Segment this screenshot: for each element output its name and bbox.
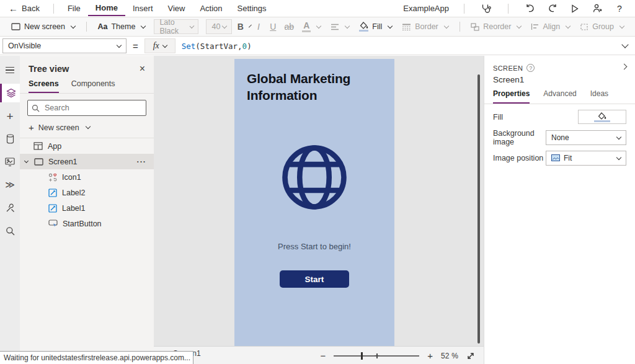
fill-property-label: Fill: [493, 113, 578, 122]
tab-components[interactable]: Components: [71, 79, 115, 93]
fx-select[interactable]: fx: [144, 38, 175, 53]
fill-color-picker[interactable]: [578, 110, 626, 124]
background-image-select[interactable]: None: [546, 130, 626, 145]
formula-bar-expand-button[interactable]: [620, 42, 628, 51]
tree-item-label1[interactable]: Label1: [20, 200, 154, 216]
tree-item-label2[interactable]: Label2: [20, 185, 154, 200]
undo-icon[interactable]: [523, 2, 537, 16]
help-icon[interactable]: ?: [526, 64, 535, 72]
panel-expand-button[interactable]: [619, 63, 626, 73]
media-rail-button[interactable]: [0, 153, 20, 171]
underline-icon: U: [270, 22, 276, 32]
menu-item-action[interactable]: Action: [192, 1, 229, 16]
advanced-tools-rail-button[interactable]: [0, 198, 20, 217]
hamburger-icon: [6, 67, 14, 74]
tree-view-rail-button[interactable]: [0, 84, 20, 102]
text-align-button[interactable]: [326, 19, 354, 35]
formula-input[interactable]: Set(StartVar, 0): [175, 38, 615, 53]
screen-icon: [34, 158, 43, 166]
app-screen[interactable]: Global Marketing Information Press Start…: [234, 59, 394, 346]
tree-item-label: Icon1: [62, 173, 81, 182]
tab-advanced[interactable]: Advanced: [543, 89, 576, 104]
tab-screens[interactable]: Screens: [29, 79, 59, 93]
image-position-select[interactable]: Fit: [546, 151, 626, 166]
search-input[interactable]: [43, 103, 146, 113]
insert-rail-button[interactable]: +: [0, 107, 20, 125]
menu-item-insert[interactable]: Insert: [125, 1, 161, 16]
start-button[interactable]: Start: [280, 270, 349, 288]
font-color-button[interactable]: A: [297, 19, 326, 35]
tree-view-icon: [6, 88, 16, 98]
preview-play-icon[interactable]: [568, 2, 582, 16]
back-button[interactable]: ← Back: [9, 4, 40, 13]
fill-button[interactable]: Fill: [354, 19, 397, 35]
tree-new-screen-button[interactable]: + New screen: [20, 120, 154, 138]
plus-icon: +: [29, 123, 34, 132]
power-automate-rail-button[interactable]: ≫: [0, 175, 20, 194]
chevron-down-icon: [249, 24, 252, 27]
chevron-down-icon: [517, 23, 522, 28]
collapse-menu-button[interactable]: [0, 61, 20, 79]
border-button[interactable]: Border: [397, 19, 453, 35]
subtitle-label[interactable]: Press Start to begin!: [234, 242, 394, 251]
menu-item-file[interactable]: File: [60, 1, 88, 16]
share-user-icon[interactable]: [590, 2, 604, 16]
fullscreen-icon[interactable]: [466, 352, 475, 360]
tree-new-screen-label: New screen: [38, 123, 79, 132]
divider: [53, 4, 54, 14]
font-family-select[interactable]: Lato Black: [154, 19, 198, 34]
zoom-slider-handle[interactable]: [361, 352, 363, 360]
equals-sign: =: [133, 41, 138, 51]
theme-button[interactable]: Aa Theme: [92, 19, 150, 35]
globe-icon[interactable]: [279, 142, 350, 213]
bold-button[interactable]: B: [236, 19, 252, 35]
menu-item-home[interactable]: Home: [88, 1, 125, 16]
tree-item-app[interactable]: App: [20, 138, 154, 154]
data-rail-button[interactable]: [0, 130, 20, 148]
search-icon: [6, 226, 15, 236]
formula-args: (StartVar,: [195, 42, 242, 51]
align-button[interactable]: Align: [526, 19, 575, 35]
redo-icon[interactable]: [546, 2, 559, 16]
property-select-value: OnVisible: [8, 42, 41, 50]
app-checker-icon[interactable]: [479, 2, 493, 16]
chevron-down-icon: [616, 154, 621, 159]
bold-icon: B: [238, 22, 244, 32]
new-screen-button[interactable]: New screen: [6, 19, 80, 35]
tab-properties[interactable]: Properties: [493, 89, 530, 104]
properties-panel: SCREEN ? Screen1 Properties Advanced Ide…: [484, 56, 635, 364]
reorder-button[interactable]: Reorder: [466, 19, 526, 35]
left-rail: +: [0, 56, 20, 364]
property-select[interactable]: OnVisible: [2, 38, 127, 53]
italic-button[interactable]: I: [252, 19, 265, 35]
help-icon[interactable]: ?: [613, 2, 626, 16]
tree-view-title: Tree view: [29, 64, 69, 74]
menu-item-settings[interactable]: Settings: [230, 1, 274, 16]
plus-icon: +: [6, 110, 13, 122]
main-area: +: [0, 56, 635, 364]
zoom-in-button[interactable]: +: [427, 351, 433, 360]
search-rail-button[interactable]: [0, 221, 20, 240]
tree-item-icon1[interactable]: Icon1: [20, 169, 154, 185]
font-size-select[interactable]: 40: [206, 19, 232, 34]
canvas-status-bar: Screen1 − + 52 %: [154, 346, 484, 364]
app-name[interactable]: ExampleApp: [403, 4, 449, 13]
group-button[interactable]: Group: [575, 19, 629, 35]
menu-item-view[interactable]: View: [161, 1, 193, 16]
app-icon: [33, 142, 43, 150]
zoom-out-button[interactable]: −: [320, 351, 326, 360]
zoom-slider[interactable]: [334, 355, 419, 357]
tab-ideas[interactable]: Ideas: [590, 89, 608, 104]
canvas-scrollbar[interactable]: [477, 74, 480, 344]
screen-title-label[interactable]: Global Marketing Information: [247, 70, 382, 104]
close-icon[interactable]: ×: [140, 63, 145, 74]
more-options-icon[interactable]: ···: [137, 158, 147, 166]
chevron-expanded-icon[interactable]: [24, 159, 29, 163]
chevron-down-icon: [141, 23, 146, 28]
formula-number: 0: [242, 42, 247, 51]
tree-item-startbutton[interactable]: StartButton: [20, 216, 154, 231]
strikethrough-button[interactable]: ab: [281, 19, 297, 35]
tree-item-screen1[interactable]: Screen1 ···: [20, 154, 154, 169]
formula-function: Set: [182, 42, 196, 51]
underline-button[interactable]: U: [265, 19, 281, 35]
